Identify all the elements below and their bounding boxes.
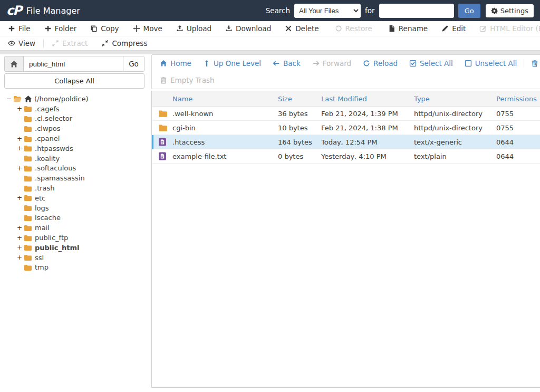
up-one-level-button[interactable]: Up One Level <box>197 59 267 68</box>
folder-icon <box>24 253 32 262</box>
column-header-last-modified[interactable]: Last Modified <box>321 95 414 103</box>
folder-icon <box>24 204 32 212</box>
plus-icon <box>44 25 52 32</box>
view-button[interactable]: View <box>1 39 42 47</box>
file-type-icon-cell <box>153 138 172 146</box>
tree-item-clwpos[interactable]: .clwpos <box>4 123 144 133</box>
home-button[interactable]: Home <box>154 59 197 68</box>
search-input[interactable] <box>379 4 454 18</box>
copy-button[interactable]: Copy <box>83 24 126 33</box>
select-all-button[interactable]: Select All <box>403 59 459 68</box>
tree-label: .spamassassin <box>35 174 85 182</box>
column-header-size[interactable]: Size <box>278 95 321 103</box>
folder-icon <box>24 194 32 202</box>
search-label: Search <box>266 6 290 15</box>
file-size: 10 bytes <box>278 124 321 132</box>
delete-button[interactable]: Delete <box>278 24 325 33</box>
expand-icon[interactable]: + <box>17 244 24 251</box>
doc-icon <box>158 152 167 160</box>
unselect-all-button[interactable]: Unselect All <box>459 59 523 68</box>
back-label: Back <box>283 59 301 68</box>
path-go-button[interactable]: Go <box>123 56 144 71</box>
tree-item-logs[interactable]: logs <box>4 203 144 213</box>
settings-button[interactable]: Settings <box>486 4 534 17</box>
folder-icon <box>24 263 32 272</box>
tree-item-koality[interactable]: .koality <box>4 154 144 164</box>
tree-item-cpanel[interactable]: +.cpanel <box>4 133 144 144</box>
file-type: httpd/unix-directory <box>414 124 496 132</box>
expand-icon[interactable]: + <box>17 135 24 142</box>
folder-icon <box>24 174 32 183</box>
home-label: Home <box>170 59 191 68</box>
folder-icon <box>158 109 168 118</box>
download-button[interactable]: Download <box>218 24 278 33</box>
search-go-button[interactable]: Go <box>458 4 480 18</box>
file-row-htaccess[interactable]: .htaccess164 bytesToday, 12:54 PMtext/x-… <box>152 135 540 149</box>
file-type-icon-cell <box>153 109 172 118</box>
folder-icon <box>24 104 32 113</box>
collapse-icon[interactable]: − <box>6 95 13 102</box>
table-header: Name Size Last Modified Type Permissions <box>152 91 540 107</box>
tree-item-home-poldice[interactable]: −(/home/poldice) <box>4 94 144 104</box>
tree-item-tmp[interactable]: tmp <box>4 263 144 273</box>
left-icon <box>273 60 280 67</box>
folder-icon <box>24 224 32 232</box>
folder-icon <box>24 234 32 242</box>
expand-icon[interactable]: + <box>17 234 24 242</box>
view-trash-button[interactable]: View Trash <box>525 59 540 68</box>
file-nav-row-2: Empty Trash <box>152 72 540 89</box>
file-row-well-known[interactable]: .well-known36 bytesFeb 21, 2024, 1:39 PM… <box>152 107 540 121</box>
move-button[interactable]: Move <box>126 24 169 33</box>
tree-item-cl-selector[interactable]: .cl.selector <box>4 114 144 124</box>
trash-icon <box>160 77 167 84</box>
expand-icon[interactable]: + <box>17 105 24 112</box>
tree-item-spamassassin[interactable]: .spamassassin <box>4 173 144 183</box>
home-addon[interactable] <box>5 56 24 71</box>
tree-label: lscache <box>35 214 61 222</box>
expand-icon[interactable]: + <box>17 145 24 152</box>
column-header-type[interactable]: Type <box>414 95 496 103</box>
expand-icon[interactable]: + <box>17 224 24 232</box>
file-row-example-file-txt[interactable]: example-file.txt0 bytesYesterday, 4:10 P… <box>152 149 540 164</box>
expand-icon[interactable]: + <box>17 254 24 261</box>
collapse-all-button[interactable]: Collapse All <box>4 73 144 89</box>
file-row-cgi-bin[interactable]: cgi-bin10 bytesFeb 21, 2024, 1:38 PMhttp… <box>152 121 540 135</box>
tree-item-cagefs[interactable]: +.cagefs <box>4 104 144 114</box>
expand-icon[interactable]: + <box>17 165 24 172</box>
tree-item-etc[interactable]: +etc <box>4 193 144 203</box>
search-scope-select[interactable]: All Your Files <box>294 4 361 18</box>
tree-item-softaculous[interactable]: +.softaculous <box>4 164 144 174</box>
tree-label: (/home/poldice) <box>34 95 89 103</box>
tree-item-ssl[interactable]: +ssl <box>4 253 144 263</box>
tree-item-public-ftp[interactable]: +public_ftp <box>4 233 144 243</box>
folder-open-icon <box>13 94 22 103</box>
tree-item-mail[interactable]: +mail <box>4 223 144 233</box>
rename-button[interactable]: Rename <box>381 24 435 33</box>
column-header-name[interactable]: Name <box>172 95 278 103</box>
upload-button[interactable]: Upload <box>169 24 218 33</box>
path-input[interactable] <box>24 56 123 71</box>
file-button[interactable]: File <box>1 24 37 33</box>
copy-icon <box>90 25 98 32</box>
column-header-permissions[interactable]: Permissions <box>496 95 540 103</box>
tree-item-htpasswds[interactable]: +.htpasswds <box>4 144 144 154</box>
main-area: Go Collapse All −(/home/poldice)+.cagefs… <box>0 54 540 392</box>
reload-button[interactable]: Reload <box>357 59 403 68</box>
html-editor-beta-label: HTML Editor (Beta) <box>490 24 540 33</box>
compress-button[interactable]: Compress <box>94 39 154 47</box>
back-button[interactable]: Back <box>267 59 306 68</box>
folder-button[interactable]: Folder <box>37 24 84 33</box>
extract-label: Extract <box>62 39 88 47</box>
expand-icon[interactable]: + <box>17 194 24 202</box>
file-icon <box>388 25 396 32</box>
folder-icon <box>24 243 32 252</box>
tree-item-trash[interactable]: .trash <box>4 183 144 193</box>
file-permissions: 0644 <box>496 138 540 146</box>
for-label: for <box>365 6 375 15</box>
tree-item-public-html[interactable]: +public_html <box>4 243 144 253</box>
doc-icon <box>158 138 167 146</box>
tree-item-lscache[interactable]: lscache <box>4 213 144 223</box>
edit-button[interactable]: Edit <box>435 24 472 33</box>
restore-button: Restore <box>328 24 379 33</box>
copy-label: Copy <box>101 24 119 33</box>
